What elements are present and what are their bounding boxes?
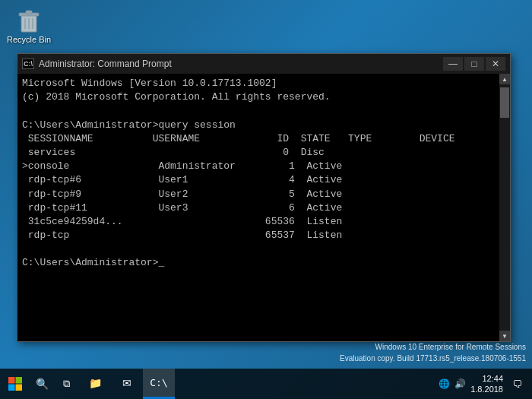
svg-rect-7 — [16, 377, 23, 384]
cmd-scrollbar[interactable]: ▲ ▼ — [499, 74, 510, 341]
clock[interactable]: 12:44 1.8.2018 — [470, 373, 503, 395]
win-info: Windows 10 Enterprise for Remote Session… — [340, 341, 526, 364]
mail-icon: ✉ — [122, 377, 131, 389]
recycle-bin-label: Recycle Bin — [7, 35, 51, 44]
clock-time: 12:44 — [470, 373, 503, 384]
taskbar-app-mail[interactable]: ✉ — [111, 369, 143, 399]
cmd-title: Administrator: Command Prompt — [39, 59, 443, 69]
cmd-body[interactable]: Microsoft Windows [Version 10.0.17713.10… — [17, 74, 510, 341]
system-tray: 🌐 🔊 — [439, 378, 466, 389]
network-icon[interactable]: 🌐 — [439, 378, 450, 389]
taskbar-app-explorer[interactable]: 📁 — [79, 369, 111, 399]
search-button[interactable]: 🔍 — [30, 369, 53, 399]
file-explorer-icon: 📁 — [89, 377, 102, 389]
start-button[interactable] — [0, 369, 30, 399]
taskbar-right: 🌐 🔊 12:44 1.8.2018 🗨 — [439, 369, 532, 399]
taskbar-app-cmd[interactable]: C:\ — [143, 369, 175, 399]
desktop: Recycle Bin C:\ Administrator: Command P… — [0, 0, 532, 399]
scroll-down-button[interactable]: ▼ — [499, 331, 510, 341]
cmd-taskbar-icon: C:\ — [150, 377, 167, 388]
recycle-bin-icon — [15, 6, 43, 33]
cmd-window: C:\ Administrator: Command Prompt — □ ✕ … — [17, 53, 511, 342]
task-view-button[interactable]: ⧉ — [53, 369, 79, 399]
task-view-icon: ⧉ — [63, 378, 70, 390]
cmd-output: Microsoft Windows [Version 10.0.17713.10… — [22, 77, 505, 271]
close-button[interactable]: ✕ — [486, 57, 505, 71]
volume-icon[interactable]: 🔊 — [454, 378, 466, 389]
win-info-line2: Evaluation copy. Build 17713.rs5_release… — [340, 353, 526, 364]
scroll-track — [499, 84, 510, 331]
cmd-titlebar: C:\ Administrator: Command Prompt — □ ✕ — [17, 54, 510, 74]
win-info-line1: Windows 10 Enterprise for Remote Session… — [340, 341, 526, 353]
svg-rect-9 — [16, 385, 23, 391]
clock-date: 1.8.2018 — [470, 384, 503, 394]
minimize-button[interactable]: — — [443, 57, 463, 71]
taskbar: 🔍 ⧉ 📁 ✉ C:\ 🌐 🔊 12:44 1.8.2018 — [0, 369, 532, 399]
svg-rect-8 — [8, 385, 15, 391]
cmd-controls: — □ ✕ — [443, 57, 505, 71]
notifications-button[interactable]: 🗨 — [508, 369, 526, 399]
svg-rect-6 — [8, 377, 15, 384]
scroll-thumb[interactable] — [500, 87, 509, 118]
search-icon: 🔍 — [36, 378, 49, 390]
scroll-up-button[interactable]: ▲ — [499, 74, 510, 84]
cmd-app-icon: C:\ — [22, 59, 34, 69]
notification-icon: 🗨 — [512, 378, 522, 390]
recycle-bin[interactable]: Recycle Bin — [6, 6, 52, 44]
svg-rect-2 — [26, 11, 32, 14]
maximize-button[interactable]: □ — [464, 57, 484, 71]
